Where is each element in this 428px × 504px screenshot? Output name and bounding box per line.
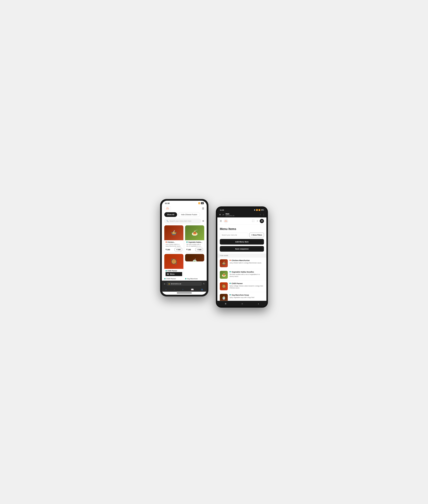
list-header: ITEM NAME — [217, 254, 266, 258]
route-icon: ⇌ — [222, 213, 224, 216]
menu-item-img-2: 🍝 — [220, 271, 228, 279]
item-desc-1: Juicy chicken balls in a tangy Manchuria… — [230, 262, 264, 264]
tabs-icon: ⊞ — [164, 283, 165, 285]
header-hamburger-icon[interactable]: ☰ — [220, 220, 222, 222]
food-card-1: 🍲 Chicken... Juicy chicken balls in a ta… — [164, 225, 183, 252]
ios-time: 11:32 — [165, 202, 170, 204]
menu-item-img-4: 🍵 — [220, 294, 228, 301]
app-logo-circle: FUELMANOR — [224, 219, 228, 223]
partial-name-3: Chilli Paneer — [166, 278, 176, 280]
item-desc-3: Spicy cottage cheese cubes tossed in a t… — [230, 285, 264, 289]
android-home-btn[interactable]: ○ — [241, 302, 243, 305]
android-content: ☰ FUELMANOR ⛶ ☽ JD Menu Items — [217, 217, 266, 301]
food-price-1: ₹ 260 — [165, 249, 170, 251]
page-content: Menu Items ≡ Show Filters Add Menu Item … — [217, 225, 266, 254]
category-tabs: Show All Indo-Chinese Fusion — [162, 212, 207, 219]
forward-nav-btn[interactable]: › — [174, 288, 175, 291]
search-filter-row: ≡ Show Filters — [220, 233, 264, 237]
back-nav-btn[interactable]: ‹ — [166, 288, 166, 291]
food-desc-2: Stir-fried noodles with a mix of vegetab… — [186, 244, 203, 247]
menu-item-row-3: 🥘 Chilli Paneer Spicy cottage cheese cub… — [217, 281, 266, 292]
lock-icon: 🔒 — [168, 283, 170, 285]
food-desc-1: Juicy chicken balls in a tangy Manchuria… — [165, 244, 182, 247]
android-time: 11:34 — [220, 209, 224, 211]
menu-toast-label: Menu — [170, 273, 175, 275]
tabs-nav-btn[interactable]: ⧉ — [201, 288, 203, 291]
ios-battery: 68 — [201, 202, 204, 204]
dark-mode-icon[interactable]: ☽ — [256, 220, 258, 222]
veg-dot-2 — [186, 242, 188, 243]
refresh-icon[interactable]: ↻ — [203, 283, 205, 285]
menu-item-row-2: 🍝 Vegetable Hakka Noodles Stir-fried noo… — [217, 269, 266, 281]
menu-item-img-1: 🍲 — [220, 259, 228, 267]
indo-chinese-tab[interactable]: Indo-Chinese Fusion — [178, 212, 200, 217]
site-name: RMS — [225, 213, 258, 215]
item-desc-4: Spicy vegetable soup with crispy fried — [230, 296, 264, 299]
android-wifi: 📶 — [256, 209, 258, 211]
dot-manchow — [185, 278, 186, 279]
expand-icon[interactable]: ⛶ — [252, 220, 254, 222]
menu-item-img-3: 🥘 — [220, 282, 228, 290]
menu-toast-icon: 🍽 — [167, 273, 169, 275]
app-logo: FUELMANOR — [164, 206, 171, 211]
food-image-2: 🍝 — [185, 225, 204, 240]
android-status-bar: 11:34 ⏺ 📶 📶 39% — [217, 208, 266, 212]
food-name-1: Chicken... — [167, 241, 175, 243]
android-back-btn[interactable]: ‹ — [258, 302, 259, 305]
user-avatar[interactable]: JD — [260, 219, 264, 223]
url-text: dinemetrics.de — [171, 283, 181, 285]
android-signal: 📶 — [258, 209, 260, 211]
menu-item-row-1: 🍲 Chicken Manchurian Juicy chicken balls… — [217, 258, 266, 269]
site-url: dinemetrics.de — [225, 215, 258, 216]
app-header: ☰ FUELMANOR ⛶ ☽ JD — [217, 217, 266, 225]
food-name-3: Chilli Paneer — [167, 270, 177, 272]
ios-status-bar: 11:32 📶 68 — [162, 201, 207, 205]
url-bar[interactable]: 🔒 dinemetrics.de — [166, 282, 202, 286]
ios-browser-bar: ⊞ 🔒 dinemetrics.de ↻ — [162, 281, 207, 287]
add-button-2[interactable]: + Add — [195, 248, 203, 251]
item-name-2: Vegetable Hakka Noodles — [231, 271, 254, 273]
food-price-2: ₹ 180 — [186, 249, 191, 251]
android-menu-btn[interactable]: ≡ — [225, 302, 226, 305]
phone-ios: 11:32 📶 68 FUELMANOR ☰ Show All Indo-Chi… — [160, 199, 208, 297]
item-dot-2 — [230, 271, 231, 272]
food-grid: 🍲 Chicken... Juicy chicken balls in a ta… — [162, 225, 207, 278]
home-bar — [177, 293, 192, 293]
android-browser-bar: ✕ ⇌ RMS dinemetrics.de ↑ ⋮ — [217, 212, 266, 217]
item-name-4: Veg Manchow Soup — [231, 294, 249, 296]
search-placeholder: Search your menu item here — [170, 220, 191, 222]
save-sequence-button[interactable]: Save sequence — [220, 246, 264, 252]
wifi-icon: 📶 — [198, 202, 200, 204]
page-title: Menu Items — [220, 227, 264, 231]
more-button[interactable]: ⋮ — [263, 213, 265, 216]
search-bar[interactable]: 🔍 Search your menu item here — [164, 219, 201, 223]
share-button[interactable]: ↑ — [260, 213, 261, 216]
menu-toast-bottom: 🍽 Menu — [165, 272, 182, 276]
veg-dot-3 — [165, 270, 167, 271]
show-filters-button[interactable]: ≡ Show Filters — [249, 233, 264, 237]
ios-home-indicator — [162, 292, 207, 295]
food-card-2: 🍝 Vegetable Hakka... Stir-fried noodles … — [185, 225, 204, 252]
close-button[interactable]: ✕ — [219, 213, 221, 216]
record-icon: ⏺ — [254, 209, 255, 211]
share-nav-btn[interactable]: ↑ — [182, 288, 183, 291]
menu-search-input[interactable] — [220, 233, 248, 237]
item-name-1: Chicken Manchurian — [231, 259, 250, 261]
show-all-tab[interactable]: Show All — [164, 212, 177, 217]
food-image-1: 🍲 — [164, 225, 183, 240]
scene: 11:32 📶 68 FUELMANOR ☰ Show All Indo-Chi… — [160, 196, 268, 308]
menu-items-list: 🍲 Chicken Manchurian Juicy chicken balls… — [217, 258, 266, 301]
bookmarks-nav-btn[interactable]: 📖 — [191, 288, 194, 291]
android-nav-bar: ≡ ○ ‹ — [217, 301, 266, 306]
search-row: 🔍 Search your menu item here ⚙ — [162, 219, 207, 225]
item-dot-1 — [230, 260, 231, 261]
hamburger-icon[interactable]: ☰ — [202, 207, 204, 210]
food-image-4: 🍵 — [185, 254, 204, 261]
food-image-3: 🥘 — [164, 254, 183, 269]
food-name-2: Vegetable Hakka... — [188, 241, 202, 243]
add-menu-item-button[interactable]: Add Menu Item — [220, 239, 264, 244]
android-battery: 39% — [261, 209, 264, 211]
filter-icon[interactable]: ⚙ — [202, 220, 204, 222]
add-button-1[interactable]: + Add — [174, 248, 182, 251]
site-info: RMS dinemetrics.de — [225, 213, 258, 216]
